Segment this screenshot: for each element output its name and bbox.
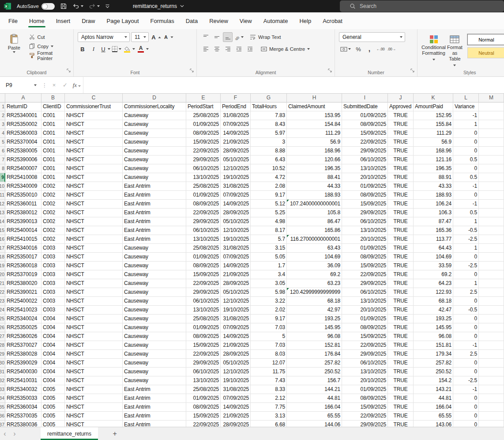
cell-L23[interactable]: 0 bbox=[453, 297, 479, 306]
cell-D14[interactable]: East Antrim bbox=[123, 217, 186, 226]
percent-style-button[interactable]: % bbox=[354, 44, 363, 54]
cell-H9[interactable]: 88.41 bbox=[287, 173, 342, 182]
cell-C37[interactable]: NHSCT bbox=[65, 421, 123, 427]
cell-A36[interactable]: RR25370035 bbox=[5, 412, 41, 421]
cell-E2[interactable]: 25/08/2025 bbox=[186, 111, 221, 120]
underline-dropdown-icon[interactable] bbox=[108, 48, 110, 50]
column-header-G[interactable]: G bbox=[251, 94, 287, 102]
font-dialog-launcher[interactable] bbox=[190, 66, 194, 74]
increase-indent-button[interactable] bbox=[245, 44, 255, 54]
cell-C22[interactable]: NHSCT bbox=[65, 288, 123, 297]
cell-I1[interactable]: SubmittedDate bbox=[342, 102, 388, 111]
cell-D26[interactable]: Causeway bbox=[123, 323, 186, 332]
bold-button[interactable]: B bbox=[78, 44, 87, 54]
cell-I37[interactable]: 29/09/2025 bbox=[342, 421, 388, 427]
ribbon-tab-formulas[interactable]: Formulas bbox=[145, 12, 180, 29]
cell-H21[interactable]: 63.23 bbox=[287, 279, 342, 288]
cell-H11[interactable]: 188.93 bbox=[287, 191, 342, 200]
paste-dropdown-icon[interactable] bbox=[13, 51, 15, 53]
cell-F35[interactable]: 14/09/2025 bbox=[221, 403, 251, 412]
cell-H29[interactable]: 176.84 bbox=[287, 350, 342, 359]
italic-button[interactable]: I bbox=[89, 44, 98, 54]
column-header-B[interactable]: B bbox=[41, 94, 65, 102]
row-header-36[interactable]: 36 bbox=[0, 412, 5, 421]
document-title[interactable]: remittance_returns bbox=[133, 3, 184, 9]
ribbon-tab-insert[interactable]: Insert bbox=[50, 12, 76, 29]
cell-K6[interactable]: 168.96 bbox=[414, 147, 453, 156]
cell-F33[interactable]: 31/08/2025 bbox=[221, 385, 251, 394]
cell-G36[interactable]: 3.13 bbox=[251, 412, 287, 421]
cell-L29[interactable]: 2.5 bbox=[453, 350, 479, 359]
cell-F15[interactable]: 12/10/2025 bbox=[221, 226, 251, 235]
cell-A26[interactable]: RR25350025 bbox=[5, 323, 41, 332]
cell-E29[interactable]: 22/09/2025 bbox=[186, 350, 221, 359]
ribbon-tab-view[interactable]: View bbox=[234, 12, 258, 29]
row-header-27[interactable]: 27 bbox=[0, 332, 5, 341]
cell-D6[interactable]: Causeway bbox=[123, 147, 186, 156]
cell-J24[interactable]: TRUE bbox=[388, 306, 414, 315]
redo-button[interactable] bbox=[89, 3, 100, 10]
cell-M33[interactable] bbox=[479, 385, 504, 394]
cell-F2[interactable]: 31/08/2025 bbox=[221, 111, 251, 120]
cell-M9[interactable] bbox=[479, 173, 504, 182]
cell-K35[interactable]: 166.04 bbox=[414, 403, 453, 412]
cell-C14[interactable]: NHSCT bbox=[65, 217, 123, 226]
cell-J8[interactable]: TRUE bbox=[388, 164, 414, 173]
cell-K4[interactable]: 111.29 bbox=[414, 129, 453, 138]
redo-dropdown-icon[interactable] bbox=[97, 5, 100, 7]
cell-J6[interactable]: TRUE bbox=[388, 147, 414, 156]
cell-H37[interactable]: 144.06 bbox=[287, 421, 342, 427]
conditional-formatting-button[interactable]: Conditional Formatting bbox=[421, 32, 446, 62]
column-header-K[interactable]: K bbox=[414, 94, 453, 102]
cell-M35[interactable] bbox=[479, 403, 504, 412]
cell-D31[interactable]: Causeway bbox=[123, 368, 186, 376]
cell-C18[interactable]: NHSCT bbox=[65, 253, 123, 262]
align-left-button[interactable] bbox=[201, 44, 211, 54]
cell-F10[interactable]: 31/08/2025 bbox=[221, 182, 251, 191]
cell-M31[interactable] bbox=[479, 368, 504, 376]
cell-M2[interactable] bbox=[479, 111, 504, 120]
cell-J12[interactable]: TRUE bbox=[388, 200, 414, 209]
cell-M18[interactable] bbox=[479, 253, 504, 262]
cell-J23[interactable]: TRUE bbox=[388, 297, 414, 306]
cell-B25[interactable]: C004 bbox=[41, 315, 65, 323]
cell-M6[interactable] bbox=[479, 147, 504, 156]
cell-C19[interactable]: NHSCT bbox=[65, 262, 123, 270]
cell-M10[interactable] bbox=[479, 182, 504, 191]
cell-L11[interactable]: 0 bbox=[453, 191, 479, 200]
orientation-dropdown-icon[interactable] bbox=[241, 36, 244, 38]
cell-G3[interactable]: 8.43 bbox=[251, 120, 287, 129]
cell-F6[interactable]: 28/09/2025 bbox=[221, 147, 251, 156]
cell-E18[interactable]: 01/09/2025 bbox=[186, 253, 221, 262]
column-header-A[interactable]: A bbox=[5, 94, 41, 102]
cell-K25[interactable]: 193.25 bbox=[414, 315, 453, 323]
cell-B23[interactable]: C003 bbox=[41, 297, 65, 306]
cell-E6[interactable]: 22/09/2025 bbox=[186, 147, 221, 156]
cell-M30[interactable] bbox=[479, 359, 504, 368]
cell-F32[interactable]: 19/10/2025 bbox=[221, 376, 251, 385]
cell-L9[interactable]: 0.5 bbox=[453, 173, 479, 182]
cell-F13[interactable]: 28/09/2025 bbox=[221, 209, 251, 217]
cell-G30[interactable]: 12.07 bbox=[251, 359, 287, 368]
row-header-4[interactable]: 4 bbox=[0, 129, 5, 138]
cell-F12[interactable]: 14/09/2025 bbox=[221, 200, 251, 209]
cell-C20[interactable]: NHSCT bbox=[65, 270, 123, 279]
column-header-H[interactable]: H bbox=[287, 94, 342, 102]
cell-G19[interactable]: 1.7 bbox=[251, 262, 287, 270]
sheet-nav-left-icon[interactable]: ‹ bbox=[0, 428, 10, 440]
cell-L37[interactable]: 0 bbox=[453, 421, 479, 427]
ribbon-tab-acrobat[interactable]: Acrobat bbox=[317, 12, 348, 29]
fill-color-button[interactable] bbox=[123, 44, 135, 54]
cell-K15[interactable]: 165.36 bbox=[414, 226, 453, 235]
add-sheet-button[interactable]: + bbox=[110, 430, 119, 438]
row-header-13[interactable]: 13 bbox=[0, 209, 5, 217]
alignment-dialog-launcher[interactable] bbox=[328, 66, 332, 74]
cell-D36[interactable]: East Antrim bbox=[123, 412, 186, 421]
cell-L30[interactable]: 0 bbox=[453, 359, 479, 368]
format-painter-button[interactable]: Format Painter bbox=[28, 51, 70, 60]
cell-B18[interactable]: C003 bbox=[41, 253, 65, 262]
cell-E5[interactable]: 15/09/2025 bbox=[186, 138, 221, 147]
cell-K28[interactable]: 151.81 bbox=[414, 341, 453, 350]
cell-L16[interactable]: -2.5 bbox=[453, 235, 479, 244]
cell-E12[interactable]: 08/09/2025 bbox=[186, 200, 221, 209]
